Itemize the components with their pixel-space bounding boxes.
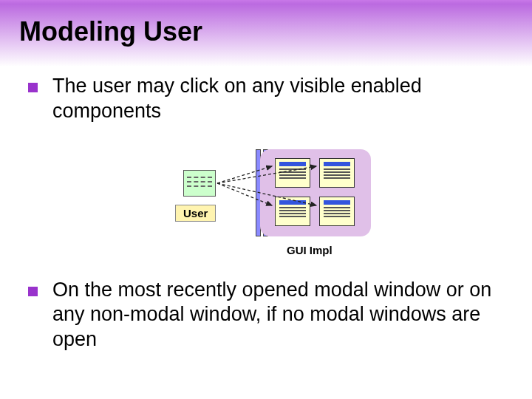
- slide-title: Modeling User: [19, 16, 202, 47]
- bullet-icon: [28, 83, 38, 92]
- bullet-icon: [28, 287, 38, 296]
- window-card-icon: [319, 158, 355, 188]
- gui-label: GUI Impl: [287, 244, 332, 256]
- gui-impl-box: [260, 149, 371, 236]
- content-area: The user may click on any visible enable…: [0, 66, 532, 352]
- window-card-icon: [319, 197, 355, 226]
- bullet-item: On the most recently opened modal window…: [22, 278, 517, 352]
- window-card-icon: [275, 197, 310, 226]
- bullet-text: On the most recently opened modal window…: [52, 278, 517, 352]
- title-band: Modeling User: [0, 0, 532, 66]
- user-label: User: [175, 205, 216, 222]
- diagram: User: [22, 133, 532, 273]
- bullet-text: The user may click on any visible enable…: [52, 74, 517, 124]
- user-box-icon: [183, 170, 216, 197]
- window-card-icon: [275, 158, 310, 188]
- bullet-item: The user may click on any visible enable…: [22, 74, 517, 124]
